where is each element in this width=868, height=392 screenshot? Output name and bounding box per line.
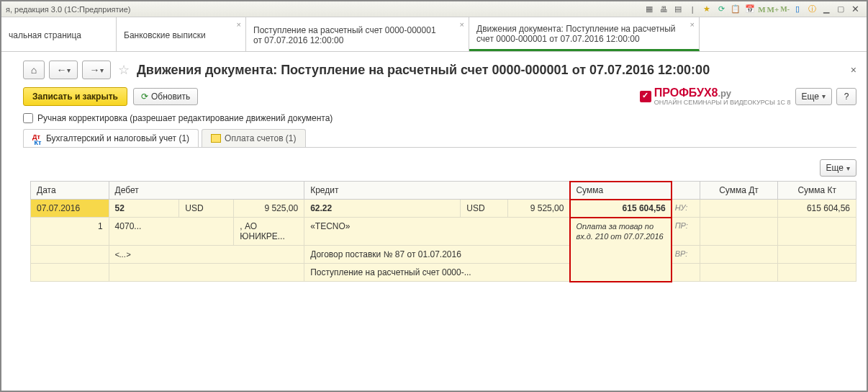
col-spacer [672, 182, 700, 200]
table-row[interactable]: 07.07.2016 52 USD 9 525,00 62.22 USD 9 5… [31, 200, 856, 218]
layout-icon[interactable]: ▯ [792, 4, 803, 15]
tab-start-page[interactable]: чальная страница [1, 17, 117, 51]
tab-close-icon[interactable]: × [237, 20, 241, 29]
tab-close-icon[interactable]: × [460, 20, 464, 29]
page-title: Движения документа: Поступление на расче… [137, 63, 710, 78]
col-credit[interactable]: Кредит [304, 182, 570, 200]
tab-label: чальная страница [9, 30, 109, 40]
save-close-button[interactable]: Записать и закрыть [23, 87, 127, 106]
favorite-star-icon[interactable]: ☆ [118, 62, 130, 78]
cell-sum: 615 604,56 [570, 200, 672, 218]
more-label: Еще [826, 163, 844, 173]
logo-text: ПРОФБУХ8 [654, 86, 718, 99]
font-plus-icon[interactable]: M+ [767, 5, 779, 14]
table-row[interactable]: 1 4070... , АО ЮНИКРЕ... «TECNO» Оплата … [31, 218, 856, 246]
forward-button[interactable]: → ▾ [82, 61, 111, 79]
cell-pr-label: ПР: [672, 218, 700, 246]
col-sum[interactable]: Сумма [570, 182, 672, 200]
link-icon[interactable]: ⟳ [715, 4, 727, 15]
cell-credit-acc: 62.22 [304, 200, 461, 218]
tb-icon-grid[interactable]: ▦ [643, 4, 655, 15]
cell-desc: Оплата за товар по вх.д. 210 от 07.07.20… [570, 218, 672, 282]
table-row[interactable]: <...> Договор поставки № 87 от 01.07.201… [31, 246, 856, 264]
cell-empty [778, 264, 856, 282]
refresh-label: Обновить [151, 92, 190, 102]
app-tabs: чальная страница Банковские выписки × По… [1, 17, 867, 52]
cell-nu-label: НУ: [672, 200, 700, 218]
cell-debit-sub2: , АО ЮНИКРЕ... [234, 218, 304, 246]
col-date[interactable]: Дата [31, 182, 109, 200]
inner-tab-accounting[interactable]: Дт Кт Бухгалтерский и налоговый учет (1) [23, 129, 199, 147]
manual-edit-label: Ручная корректировка (разрешает редактир… [37, 113, 333, 123]
tab-bank-statements[interactable]: Банковские выписки × [117, 17, 246, 51]
movements-table: Дата Дебет Кредит Сумма Сумма Дт Сумма К… [30, 181, 856, 282]
more-label: Еще [802, 92, 819, 102]
col-sumkt[interactable]: Сумма Кт [778, 182, 856, 200]
tab-label-line2: счет 0000-000001 от 07.07.2016 12:00:00 [476, 34, 692, 44]
maximize-icon[interactable]: ▢ [835, 4, 846, 15]
minimize-icon[interactable]: ▁ [820, 4, 832, 15]
table-row[interactable]: Поступление на расчетный счет 0000-... [31, 264, 856, 282]
doc-icon [211, 134, 221, 143]
logo-suffix: .ру [718, 88, 731, 99]
news-icon[interactable]: 📋 [730, 4, 741, 15]
cell-credit-sub: Поступление на расчетный счет 0000-... [304, 264, 570, 282]
inner-tab-payments[interactable]: Оплата счетов (1) [202, 129, 305, 147]
cell-empty [778, 246, 856, 264]
cell-date: 07.07.2016 [31, 200, 109, 218]
cell-empty [700, 264, 778, 282]
tb-icon-doc[interactable]: ▤ [672, 4, 684, 15]
info-icon[interactable]: ⓘ [806, 4, 818, 15]
tab-label: Банковские выписки [124, 30, 238, 40]
grid-more-button[interactable]: Еще ▾ [820, 159, 856, 177]
cell-empty [700, 218, 778, 246]
home-button[interactable]: ⌂ [23, 61, 45, 79]
table-header-row: Дата Дебет Кредит Сумма Сумма Дт Сумма К… [31, 182, 856, 200]
star-icon[interactable]: ★ [701, 4, 713, 15]
cell-sumkt: 615 604,56 [778, 200, 856, 218]
calendar-icon[interactable]: 📅 [744, 4, 756, 15]
cell-credit-cur: USD [461, 200, 507, 218]
refresh-button[interactable]: ⟳ Обновить [133, 88, 198, 105]
help-button[interactable]: ? [836, 88, 856, 105]
cell-vr-label: ВР: [672, 246, 700, 264]
cell-credit-amt: 9 525,00 [507, 200, 570, 218]
dtkt-icon: Дт Кт [32, 134, 42, 143]
font-normal-icon[interactable]: M [758, 5, 765, 14]
cell-debit-acc: 52 [109, 200, 179, 218]
tab-label: Поступление на расчетный счет 0000-00000… [253, 25, 461, 35]
cell-empty [31, 246, 109, 264]
cell-empty [700, 246, 778, 264]
tab-doc-movements[interactable]: Движения документа: Поступление на расче… [469, 17, 700, 51]
back-button[interactable]: ← ▾ [49, 61, 78, 79]
window-titlebar: я, редакция 3.0 (1С:Предприятие) ▦ 🖶 ▤ |… [1, 1, 867, 17]
cell-debit-amt: 9 525,00 [234, 200, 304, 218]
brand-logo: ПРОФБУХ8.ру ОНЛАЙН СЕМИНАРЫ И ВИДЕОКУРСЫ… [640, 86, 791, 106]
page-close-icon[interactable]: × [851, 64, 856, 76]
cell-empty [778, 218, 856, 246]
logo-mark-icon [640, 91, 651, 102]
tab-close-icon[interactable]: × [690, 20, 695, 29]
manual-edit-checkbox[interactable] [23, 113, 33, 123]
refresh-icon: ⟳ [141, 92, 148, 102]
col-debit[interactable]: Дебет [109, 182, 304, 200]
inner-tab-label: Бухгалтерский и налоговый учет (1) [46, 133, 189, 143]
tab-receipt-doc[interactable]: Поступление на расчетный счет 0000-00000… [246, 17, 469, 51]
window-close-icon[interactable]: ✕ [849, 4, 861, 15]
more-button[interactable]: Еще ▾ [795, 88, 832, 105]
font-minus-icon[interactable]: M- [780, 5, 790, 13]
tab-label-line2: от 07.07.2016 12:00:00 [253, 35, 461, 45]
cell-sumdt [700, 200, 778, 218]
logo-tagline: ОНЛАЙН СЕМИНАРЫ И ВИДЕОКУРСЫ 1С 8 [654, 99, 791, 106]
cell-credit-sub: «TECNO» [304, 218, 570, 246]
tb-icon-sep: | [687, 4, 698, 15]
cell-row-num: 1 [31, 218, 109, 246]
inner-tab-label: Оплата счетов (1) [225, 133, 296, 143]
cell-empty [31, 264, 109, 282]
window-title: я, редакция 3.0 (1С:Предприятие) [6, 5, 130, 14]
cell-debit-sub: <...> [109, 246, 304, 264]
col-sumdt[interactable]: Сумма Дт [700, 182, 778, 200]
cell-debit-sub: 4070... [109, 218, 234, 246]
tb-icon-print[interactable]: 🖶 [658, 4, 669, 15]
tab-label: Движения документа: Поступление на расче… [476, 24, 692, 34]
